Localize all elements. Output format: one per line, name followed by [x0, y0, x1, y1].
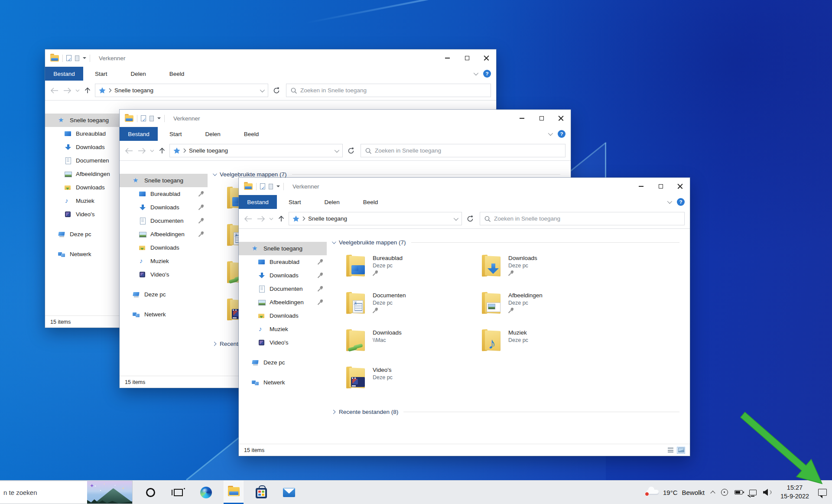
- forward-button[interactable]: [63, 87, 72, 94]
- minimize-button[interactable]: [512, 110, 532, 127]
- ribbon-tab[interactable]: Delen: [119, 67, 158, 81]
- back-button[interactable]: [125, 147, 133, 154]
- sidebar-item[interactable]: Snelle toegang: [239, 242, 327, 255]
- sidebar-item[interactable]: Video's: [239, 336, 327, 349]
- tray-expand-chevron-icon[interactable]: [710, 491, 715, 495]
- forward-button[interactable]: [257, 215, 265, 222]
- cortana-button[interactable]: [140, 481, 160, 504]
- search-input[interactable]: [375, 147, 561, 154]
- ribbon-collapse-icon[interactable]: [548, 131, 553, 136]
- address-dropdown-button[interactable]: [256, 84, 268, 97]
- maximize-button[interactable]: [651, 178, 670, 195]
- ribbon-tab[interactable]: Start: [158, 127, 194, 141]
- help-button[interactable]: ?: [483, 70, 491, 78]
- sidebar-item[interactable]: Bureaublad: [120, 187, 208, 201]
- titlebar[interactable]: Verkenner: [239, 178, 690, 195]
- refresh-button[interactable]: [462, 212, 478, 225]
- sidebar-item[interactable]: Downloads: [120, 241, 208, 254]
- sidebar-item[interactable]: Deze pc: [120, 288, 208, 301]
- ribbon-tab[interactable]: Start: [277, 195, 313, 209]
- bing-daily-image[interactable]: ✦: [87, 481, 132, 504]
- close-button[interactable]: [551, 110, 571, 127]
- titlebar[interactable]: Verkenner: [45, 49, 496, 67]
- properties-icon[interactable]: [260, 183, 265, 189]
- folder-tile[interactable]: Muziek Deze pc: [481, 328, 617, 365]
- ribbon-tab[interactable]: Beeld: [232, 127, 271, 141]
- address-dropdown-button[interactable]: [330, 144, 342, 157]
- recent-locations-icon[interactable]: [150, 149, 154, 153]
- ribbon-collapse-icon[interactable]: [667, 199, 672, 204]
- recent-locations-icon[interactable]: [269, 217, 273, 221]
- new-folder-icon[interactable]: [150, 116, 154, 121]
- recent-locations-icon[interactable]: [75, 89, 80, 92]
- weather-widget[interactable]: 19°C Bewolkt: [646, 489, 705, 496]
- back-button[interactable]: [244, 215, 253, 222]
- sidebar-item[interactable]: Downloads: [239, 309, 327, 322]
- help-button[interactable]: ?: [558, 130, 566, 138]
- microsoft-store-button[interactable]: [251, 481, 271, 504]
- sidebar-item[interactable]: Netwerk: [120, 308, 208, 321]
- sidebar-item[interactable]: Muziek: [120, 254, 208, 268]
- sidebar-item[interactable]: Video's: [120, 268, 208, 281]
- sidebar-item[interactable]: Afbeeldingen: [120, 228, 208, 241]
- properties-icon[interactable]: [141, 115, 146, 121]
- folder-tile[interactable]: Video's Deze pc: [345, 365, 481, 403]
- close-button[interactable]: [477, 49, 496, 67]
- minimize-button[interactable]: [631, 178, 651, 195]
- taskbar-search-box[interactable]: n te zoeken ✦: [0, 481, 133, 504]
- file-explorer-button[interactable]: [224, 481, 244, 504]
- folder-tile[interactable]: Afbeeldingen Deze pc: [481, 291, 617, 328]
- recent-files-header[interactable]: Recente bestanden (8): [332, 409, 679, 415]
- search-box[interactable]: [480, 212, 685, 225]
- address-bar[interactable]: Snelle toegang: [289, 212, 462, 225]
- new-folder-icon[interactable]: [269, 184, 273, 189]
- refresh-button[interactable]: [268, 84, 285, 97]
- ribbon-tab[interactable]: Delen: [194, 127, 232, 141]
- up-button[interactable]: [277, 215, 285, 223]
- folder-tile[interactable]: Documenten Deze pc: [345, 291, 481, 328]
- sidebar-item[interactable]: Downloads: [120, 201, 208, 214]
- sidebar-item[interactable]: Deze pc: [239, 356, 327, 369]
- details-view-button[interactable]: [667, 447, 674, 453]
- frequent-folders-header[interactable]: Veelgebruikte mappen (7): [332, 239, 679, 246]
- ribbon-tab[interactable]: Start: [83, 67, 119, 81]
- mail-button[interactable]: [279, 481, 299, 504]
- maximize-button[interactable]: [457, 49, 477, 67]
- breadcrumb[interactable]: Snelle toegang: [308, 215, 347, 222]
- maximize-button[interactable]: [532, 110, 551, 127]
- ribbon-tab[interactable]: Beeld: [158, 67, 196, 81]
- search-input[interactable]: [494, 215, 680, 222]
- ribbon-tab[interactable]: Bestand: [45, 67, 83, 81]
- task-view-button[interactable]: [168, 481, 188, 504]
- breadcrumb[interactable]: Snelle toegang: [114, 87, 153, 94]
- breadcrumb[interactable]: Snelle toegang: [189, 147, 228, 154]
- folder-tile[interactable]: Bureaublad Deze pc: [345, 254, 481, 291]
- forward-button[interactable]: [137, 147, 146, 154]
- close-button[interactable]: [670, 178, 690, 195]
- new-folder-icon[interactable]: [75, 55, 79, 61]
- sidebar-item[interactable]: Documenten: [239, 282, 327, 296]
- ribbon-tab[interactable]: Delen: [313, 195, 351, 209]
- frequent-folders-header[interactable]: Veelgebruikte mappen (7): [213, 171, 560, 178]
- customize-toolbar-icon[interactable]: [83, 57, 86, 59]
- help-button[interactable]: ?: [677, 198, 685, 206]
- search-box[interactable]: [286, 84, 491, 97]
- sidebar-item[interactable]: Afbeeldingen: [239, 296, 327, 309]
- search-box[interactable]: [361, 144, 566, 157]
- ribbon-collapse-icon[interactable]: [474, 71, 478, 75]
- address-dropdown-button[interactable]: [449, 212, 462, 225]
- customize-toolbar-icon[interactable]: [157, 117, 161, 119]
- folder-tile[interactable]: Downloads Deze pc: [481, 254, 617, 291]
- sidebar-item[interactable]: Snelle toegang: [120, 174, 208, 187]
- ribbon-tab[interactable]: Beeld: [351, 195, 390, 209]
- refresh-button[interactable]: [343, 144, 359, 157]
- ribbon-tab[interactable]: Bestand: [120, 127, 158, 141]
- sidebar-item[interactable]: Muziek: [239, 322, 327, 336]
- sidebar-item[interactable]: Netwerk: [239, 376, 327, 389]
- sidebar-item[interactable]: Bureaublad: [239, 255, 327, 269]
- up-button[interactable]: [158, 147, 166, 155]
- properties-icon[interactable]: [66, 55, 72, 61]
- titlebar[interactable]: Verkenner: [120, 110, 571, 127]
- customize-toolbar-icon[interactable]: [276, 185, 280, 187]
- minimize-button[interactable]: [438, 49, 457, 67]
